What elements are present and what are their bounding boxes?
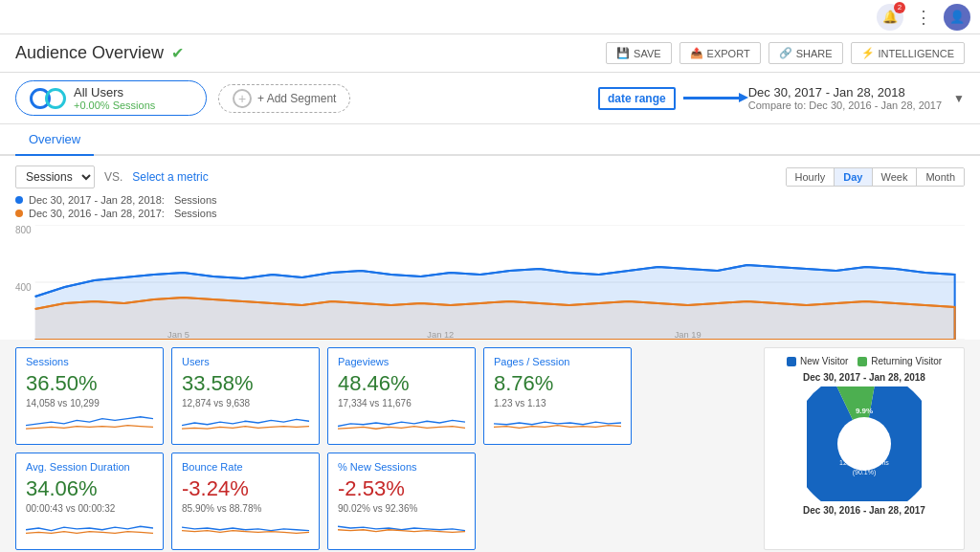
stat-value-avg-session: 34.06% xyxy=(26,476,153,501)
svg-text:Jan 12: Jan 12 xyxy=(427,330,454,340)
vs-label: VS. xyxy=(104,170,122,184)
stat-sub-pageviews: 17,334 vs 11,676 xyxy=(338,398,465,408)
date-range-display[interactable]: Dec 30, 2017 - Jan 28, 2018 Compare to: … xyxy=(748,85,942,111)
chart-area: 800 400 Jan 5 Jan 12 Jan 19 xyxy=(15,225,965,340)
returning-visitor-label: Returning Visitor xyxy=(871,356,942,366)
mini-chart-sessions xyxy=(26,412,153,433)
chart-section: Sessions VS. Select a metric Hourly Day … xyxy=(0,156,980,340)
stat-label-avg-session: Avg. Session Duration xyxy=(26,461,153,473)
stat-card-bounce-rate[interactable]: Bounce Rate -3.24% 85.90% vs 88.78% xyxy=(171,453,320,550)
save-icon: 💾 xyxy=(616,47,630,59)
notification-bell-icon[interactable]: 🔔 2 xyxy=(877,4,903,31)
page-title-area: Audience Overview ✔ xyxy=(15,43,184,63)
chart-y-400: 400 xyxy=(15,282,32,293)
legend-item-previous: Dec 30, 2016 - Jan 28, 2017: Sessions xyxy=(15,208,965,219)
stat-card-new-sessions[interactable]: % New Sessions -2.53% 90.02% vs 92.36% xyxy=(327,453,476,550)
chart-controls: Sessions VS. Select a metric Hourly Day … xyxy=(15,166,965,188)
mini-chart-pageviews xyxy=(338,412,465,433)
stat-value-users: 33.58% xyxy=(182,371,309,396)
export-icon: 📤 xyxy=(690,47,703,59)
intelligence-icon: ⚡ xyxy=(861,47,875,59)
svg-text:Jan 19: Jan 19 xyxy=(675,330,702,340)
pie-title-2: Dec 30, 2016 - Jan 28, 2017 xyxy=(803,505,925,516)
stat-label-new-sessions: % New Sessions xyxy=(338,461,465,473)
stats-section: Sessions 36.50% 14,058 vs 10,299 Users 3… xyxy=(0,340,980,552)
segment-bar: All Users +0.00% Sessions + + Add Segmen… xyxy=(0,73,980,124)
mini-chart-pages-session xyxy=(494,412,621,433)
add-segment-button[interactable]: + + Add Segment xyxy=(218,84,350,113)
legend-dot-blue xyxy=(15,196,23,204)
stats-cards-container: Sessions 36.50% 14,058 vs 10,299 Users 3… xyxy=(15,347,754,550)
time-btn-month[interactable]: Month xyxy=(917,168,964,186)
svg-text:Jan 5: Jan 5 xyxy=(167,330,189,340)
time-btn-week[interactable]: Week xyxy=(873,168,918,186)
pie-legend-new-visitor: New Visitor xyxy=(787,356,848,366)
select-metric-link[interactable]: Select a metric xyxy=(132,170,208,184)
stat-card-sessions[interactable]: Sessions 36.50% 14,058 vs 10,299 xyxy=(15,347,164,445)
pie-chart-svg: 9.9% New Visitor 12,662 Sessions (90.1%) xyxy=(807,386,922,501)
date-range-compare: Compare to: Dec 30, 2016 - Jan 28, 2017 xyxy=(748,99,942,111)
new-visitor-label: New Visitor xyxy=(800,356,848,366)
save-button[interactable]: 💾 SAVE xyxy=(606,42,672,64)
stat-sub-sessions: 14,058 vs 10,299 xyxy=(26,398,153,408)
stat-label-pageviews: Pageviews xyxy=(338,356,465,367)
segment-sessions: +0.00% Sessions xyxy=(74,99,155,111)
ring-teal xyxy=(45,88,66,109)
time-btn-day[interactable]: Day xyxy=(835,168,872,186)
segment-name: All Users xyxy=(74,85,155,99)
legend-range-1: Dec 30, 2017 - Jan 28, 2018: xyxy=(29,194,165,206)
notification-badge: 2 xyxy=(894,2,905,13)
stat-card-pages-session[interactable]: Pages / Session 8.76% 1.23 vs 1.13 xyxy=(483,347,632,445)
pie-legend-returning-visitor: Returning Visitor xyxy=(858,356,942,366)
time-btn-hourly[interactable]: Hourly xyxy=(787,168,835,186)
svg-text:(90.1%): (90.1%) xyxy=(853,469,877,476)
pie-title-1: Dec 30, 2017 - Jan 28, 2018 xyxy=(803,372,925,383)
mini-chart-users xyxy=(182,412,309,433)
date-annotation-box: date range xyxy=(598,87,676,110)
chart-legend: Dec 30, 2017 - Jan 28, 2018: Sessions De… xyxy=(15,194,965,219)
stat-sub-new-sessions: 90.02% vs 92.36% xyxy=(338,503,465,514)
pie-chart-container: 9.9% New Visitor 12,662 Sessions (90.1%) xyxy=(807,386,922,501)
legend-dot-orange xyxy=(15,210,23,217)
stat-card-pageviews[interactable]: Pageviews 48.46% 17,334 vs 11,676 xyxy=(327,347,476,445)
segment-rings xyxy=(30,88,66,109)
share-button[interactable]: 🔗 SHARE xyxy=(768,42,843,64)
mini-chart-new-sessions xyxy=(338,518,465,539)
mini-chart-avg-session xyxy=(26,518,153,539)
page-header: Audience Overview ✔ 💾 SAVE 📤 EXPORT 🔗 SH… xyxy=(0,34,980,73)
date-range-main: Dec 30, 2017 - Jan 28, 2018 xyxy=(748,85,942,99)
stat-label-users: Users xyxy=(182,356,309,367)
pie-section: New Visitor Returning Visitor Dec 30, 20… xyxy=(764,347,965,550)
stat-card-avg-session[interactable]: Avg. Session Duration 34.06% 00:00:43 vs… xyxy=(15,453,164,550)
intelligence-button[interactable]: ⚡ INTELLIGENCE xyxy=(851,42,965,64)
stat-value-pages-session: 8.76% xyxy=(494,371,621,396)
stat-value-sessions: 36.50% xyxy=(26,371,153,396)
returning-visitor-dot xyxy=(858,357,867,366)
date-annotation: date range Dec 30, 2017 - Jan 28, 2018 C… xyxy=(598,85,965,111)
stat-sub-avg-session: 00:00:43 vs 00:00:32 xyxy=(26,503,153,514)
stat-label-sessions: Sessions xyxy=(26,356,153,367)
export-button[interactable]: 📤 EXPORT xyxy=(679,42,761,64)
stat-sub-pages-session: 1.23 vs 1.13 xyxy=(494,398,621,408)
overview-tab-bar: Overview xyxy=(0,124,980,156)
new-visitor-dot xyxy=(787,357,796,366)
stat-value-pageviews: 48.46% xyxy=(338,371,465,396)
top-nav: 🔔 2 ⋮ 👤 xyxy=(0,0,980,34)
mini-chart-bounce-rate xyxy=(182,518,309,539)
chart-svg: Jan 5 Jan 12 Jan 19 xyxy=(15,225,965,340)
stat-sub-users: 12,874 vs 9,638 xyxy=(182,398,309,408)
verified-icon: ✔ xyxy=(171,44,184,62)
more-options-icon[interactable]: ⋮ xyxy=(915,7,932,28)
legend-range-2: Dec 30, 2016 - Jan 28, 2017: xyxy=(29,208,165,219)
legend-item-current: Dec 30, 2017 - Jan 28, 2018: Sessions xyxy=(15,194,965,206)
user-avatar-icon[interactable]: 👤 xyxy=(944,4,970,31)
stat-value-new-sessions: -2.53% xyxy=(338,476,465,501)
stat-card-users[interactable]: Users 33.58% 12,874 vs 9,638 xyxy=(171,347,320,445)
metric-select[interactable]: Sessions xyxy=(15,166,95,188)
pie-legend: New Visitor Returning Visitor xyxy=(787,356,942,366)
date-chevron-down-icon[interactable]: ▼ xyxy=(953,92,965,105)
svg-text:12,662 Sessions: 12,662 Sessions xyxy=(839,459,889,466)
tab-overview[interactable]: Overview xyxy=(15,124,94,156)
share-icon: 🔗 xyxy=(779,47,792,59)
all-users-segment[interactable]: All Users +0.00% Sessions xyxy=(15,80,207,116)
